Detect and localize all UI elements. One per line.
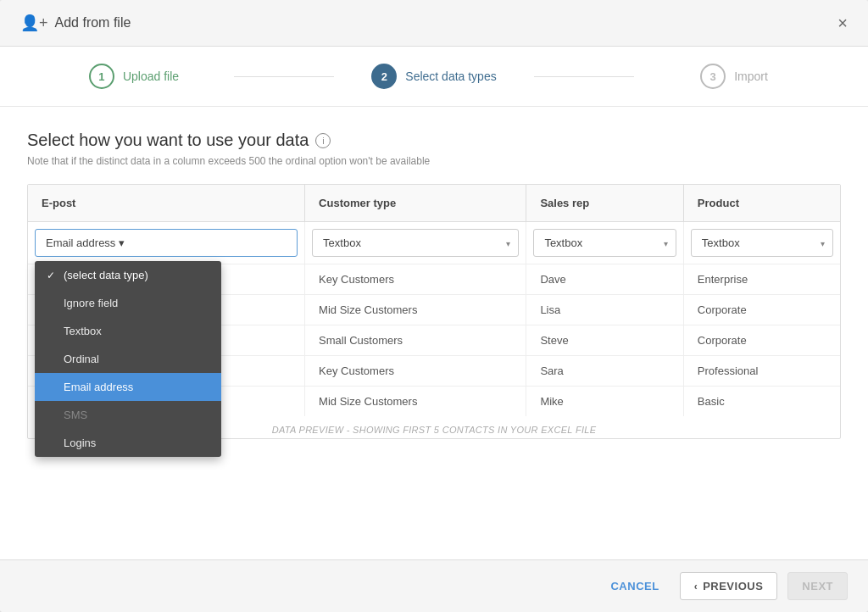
- step-3-number: 3: [710, 70, 716, 83]
- option-label: SMS: [64, 409, 87, 421]
- dropdown-option-ignore-field[interactable]: Ignore field: [35, 289, 221, 317]
- cancel-button[interactable]: CANCEL: [600, 573, 669, 599]
- step-2-circle: 2: [371, 64, 397, 89]
- cell-customer-type: Small Customers: [305, 325, 526, 356]
- customer-type-select[interactable]: Textbox: [312, 229, 519, 257]
- step-3-circle: 3: [700, 64, 726, 89]
- section-note: Note that if the distinct data in a colu…: [27, 155, 841, 167]
- option-label: Logins: [64, 437, 96, 449]
- sales-rep-select[interactable]: Textbox: [533, 229, 676, 257]
- modal-title-container: 👤+ Add from file: [20, 14, 131, 32]
- modal-footer: CANCEL ‹ PREVIOUS NEXT: [0, 559, 868, 612]
- data-table: E-post Customer type Sales rep Product E…: [28, 185, 840, 416]
- step-1-circle: 1: [89, 64, 114, 89]
- step-1-label: Upload file: [123, 70, 179, 83]
- dropdown-row: Email address ▾ ✓ (select data type): [28, 222, 840, 264]
- modal: 👤+ Add from file × 1 Upload file 2 Selec…: [0, 0, 868, 612]
- cell-product: Enterprise: [683, 264, 840, 295]
- cell-sales-rep: Mike: [526, 387, 683, 417]
- chevron-left-icon: ‹: [694, 581, 698, 593]
- modal-title: Add from file: [55, 15, 131, 31]
- col-header-epost: E-post: [28, 185, 305, 222]
- step-2: 2 Select data types: [334, 64, 534, 89]
- modal-body: Select how you want to use your data i N…: [0, 107, 868, 559]
- step-3: 3 Import: [634, 64, 834, 89]
- cell-sales-rep: Dave: [526, 264, 683, 295]
- step-3-label: Import: [734, 70, 768, 83]
- option-label: Ordinal: [64, 353, 99, 365]
- col-header-customer-type: Customer type: [305, 185, 526, 222]
- next-button: NEXT: [787, 572, 848, 600]
- cell-sales-rep: Lisa: [526, 295, 683, 325]
- table-header-row: E-post Customer type Sales rep Product: [28, 185, 840, 222]
- checkmark-icon: ✓: [47, 270, 58, 281]
- dropdown-option-logins[interactable]: Logins: [35, 429, 221, 457]
- previous-button[interactable]: ‹ PREVIOUS: [680, 572, 778, 600]
- cell-sales-rep: Steve: [526, 325, 683, 356]
- previous-label: PREVIOUS: [703, 580, 763, 593]
- cell-product: Corporate: [683, 325, 840, 356]
- close-button[interactable]: ×: [837, 14, 848, 31]
- customer-type-dropdown-cell: Textbox ▾: [305, 222, 526, 264]
- step-2-number: 2: [381, 70, 387, 83]
- product-dropdown-wrapper: Textbox ▾: [691, 229, 833, 257]
- customer-type-dropdown-wrapper: Textbox ▾: [312, 229, 519, 257]
- epost-dropdown-wrapper: Email address ▾ ✓ (select data type): [35, 229, 298, 257]
- product-dropdown-cell: Textbox ▾: [683, 222, 840, 264]
- option-label: Email address: [64, 381, 133, 393]
- add-from-file-icon: 👤+: [20, 14, 48, 32]
- cell-customer-type: Mid Size Customers: [305, 295, 526, 325]
- cell-product: Corporate: [683, 295, 840, 325]
- stepper: 1 Upload file 2 Select data types 3 Impo…: [0, 47, 868, 107]
- dropdown-option-sms: SMS: [35, 401, 221, 429]
- section-title-text: Select how you want to use your data: [27, 131, 309, 150]
- cell-product: Professional: [683, 356, 840, 387]
- epost-dropdown-trigger[interactable]: Email address ▾: [35, 229, 298, 257]
- step-divider-2: [534, 76, 634, 77]
- info-icon[interactable]: i: [315, 133, 331, 148]
- step-2-label: Select data types: [405, 70, 496, 83]
- epost-dropdown-cell: Email address ▾ ✓ (select data type): [28, 222, 305, 264]
- col-header-sales-rep: Sales rep: [526, 185, 683, 222]
- dropdown-option-ordinal[interactable]: Ordinal: [35, 345, 221, 373]
- epost-dropdown-menu: ✓ (select data type) Ignore field: [35, 261, 221, 457]
- option-label: Ignore field: [64, 297, 118, 309]
- dropdown-option-email[interactable]: Email address: [35, 373, 221, 401]
- option-label: Textbox: [64, 325, 102, 337]
- dropdown-option-textbox[interactable]: Textbox: [35, 317, 221, 345]
- sales-rep-dropdown-wrapper: Textbox ▾: [533, 229, 676, 257]
- step-1-number: 1: [98, 70, 104, 83]
- step-divider-1: [234, 76, 334, 77]
- col-header-product: Product: [683, 185, 840, 222]
- modal-header: 👤+ Add from file ×: [0, 0, 868, 47]
- cell-sales-rep: Sara: [526, 356, 683, 387]
- data-table-wrapper: E-post Customer type Sales rep Product E…: [27, 184, 841, 439]
- section-title-container: Select how you want to use your data i: [27, 131, 841, 150]
- step-1: 1 Upload file: [34, 64, 234, 89]
- sales-rep-dropdown-cell: Textbox ▾: [526, 222, 683, 264]
- product-select[interactable]: Textbox: [691, 229, 833, 257]
- dropdown-option-select-data-type[interactable]: ✓ (select data type): [35, 261, 221, 289]
- cell-customer-type: Key Customers: [305, 264, 526, 295]
- cell-product: Basic: [683, 387, 840, 417]
- cell-customer-type: Mid Size Customers: [305, 387, 526, 417]
- cell-customer-type: Key Customers: [305, 356, 526, 387]
- option-label: (select data type): [64, 269, 148, 281]
